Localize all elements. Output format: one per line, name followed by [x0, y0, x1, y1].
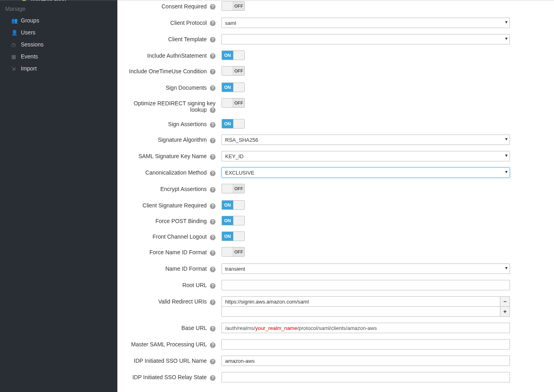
help-icon[interactable]: ? — [210, 219, 216, 225]
nameid-format-label: Name ID Format ? — [125, 263, 222, 272]
client-protocol-select[interactable]: saml — [222, 18, 510, 28]
optimize-redirect-label: Optimize REDIRECT signing key lookup ? — [125, 98, 222, 113]
base-url-label: Base URL ? — [125, 323, 222, 331]
help-icon[interactable]: ? — [210, 107, 216, 113]
optimize-redirect-toggle[interactable]: OFF — [222, 98, 245, 108]
import-icon: ⇲ — [11, 66, 21, 72]
include-authn-label: Include AuthnStatement ? — [125, 50, 222, 59]
events-icon: ▦ — [11, 54, 21, 60]
saml-sig-key-label: SAML Signature Key Name ? — [125, 151, 222, 159]
sidebar-section-manage: Manage — [0, 1, 117, 14]
client-template-label: Client Template ? — [125, 34, 222, 42]
users-icon: 👤 — [11, 30, 21, 36]
idp-sso-url-label: IDP Initiated SSO URL Name ? — [125, 356, 222, 364]
help-icon[interactable]: ? — [210, 4, 216, 10]
help-icon[interactable]: ? — [210, 187, 216, 193]
force-post-label: Force POST Binding ? — [125, 216, 222, 224]
force-nameid-label: Force Name ID Format ? — [125, 247, 222, 255]
idp-sso-relay-input[interactable] — [222, 372, 510, 382]
sign-documents-toggle[interactable]: ON — [222, 82, 245, 92]
help-icon[interactable]: ? — [210, 85, 216, 91]
idp-sso-relay-label: IDP Initiated SSO Relay State ? — [125, 372, 222, 380]
help-icon[interactable]: ? — [210, 283, 216, 289]
client-template-select[interactable] — [222, 34, 510, 44]
client-protocol-label: Client Protocol ? — [125, 18, 222, 26]
base-url-input[interactable]: /auth/realms/your_realm_name/protocol/sa… — [222, 323, 510, 333]
sidebar: 🔒 Authentication Manage 👥Groups👤Users◷Se… — [0, 0, 117, 392]
sidebar-item-label: Import — [21, 65, 37, 72]
sign-documents-label: Sign Documents ? — [125, 82, 222, 91]
signature-algorithm-select[interactable]: RSA_SHA256 — [222, 135, 510, 145]
include-onetime-toggle[interactable]: OFF — [222, 66, 245, 76]
help-icon[interactable]: ? — [210, 20, 216, 26]
front-channel-logout-toggle[interactable]: ON — [222, 231, 245, 241]
force-nameid-toggle[interactable]: OFF — [222, 247, 245, 257]
help-icon[interactable]: ? — [210, 154, 216, 160]
master-saml-label: Master SAML Processing URL ? — [125, 339, 222, 348]
help-icon[interactable]: ? — [210, 300, 216, 305]
idp-sso-url-input[interactable] — [222, 356, 510, 366]
help-icon[interactable]: ? — [210, 122, 216, 128]
root-url-label: Root URL ? — [125, 280, 222, 288]
remove-redirect-button[interactable]: − — [500, 296, 510, 307]
valid-redirect-label: Valid Redirect URIs ? — [125, 296, 222, 305]
canonicalization-select[interactable]: EXCLUSIVE — [222, 167, 510, 178]
help-icon[interactable]: ? — [210, 250, 216, 256]
encrypt-assertions-label: Encrypt Assertions ? — [125, 184, 222, 192]
help-icon[interactable]: ? — [210, 375, 216, 381]
signature-algorithm-label: Signature Algorithm ? — [125, 135, 222, 143]
sidebar-item-events[interactable]: ▦Events — [0, 50, 117, 62]
add-redirect-button[interactable]: + — [500, 306, 510, 317]
sidebar-item-label: Events — [21, 53, 38, 60]
lock-icon: 🔒 — [21, 0, 30, 1]
sidebar-item-label: Groups — [21, 17, 39, 24]
help-icon[interactable]: ? — [210, 359, 216, 364]
groups-icon: 👥 — [11, 18, 21, 24]
valid-redirect-input-0[interactable] — [222, 296, 500, 307]
main-form: Consent Required ?OFFClient Protocol ?sa… — [117, 0, 554, 392]
sidebar-item-label: Users — [21, 29, 36, 36]
consent-required-label: Consent Required ? — [125, 1, 222, 10]
help-icon[interactable]: ? — [210, 69, 216, 74]
help-icon[interactable]: ? — [210, 342, 216, 348]
help-icon[interactable]: ? — [210, 203, 216, 209]
sign-assertions-toggle[interactable]: ON — [222, 119, 245, 129]
sidebar-item-sessions[interactable]: ◷Sessions — [0, 38, 117, 50]
saml-sig-key-select[interactable]: KEY_ID — [222, 151, 510, 161]
canonicalization-label: Canonicalization Method ? — [125, 167, 222, 176]
sign-assertions-label: Sign Assertions ? — [125, 119, 222, 127]
nameid-format-select[interactable]: transient — [222, 263, 510, 274]
root-url-input[interactable] — [222, 280, 510, 290]
include-authn-toggle[interactable]: ON — [222, 50, 245, 60]
help-icon[interactable]: ? — [210, 267, 216, 272]
help-icon[interactable]: ? — [210, 235, 216, 240]
sidebar-item-users[interactable]: 👤Users — [0, 26, 117, 38]
sidebar-item-label: Sessions — [21, 41, 44, 48]
master-saml-input[interactable] — [222, 339, 510, 350]
consent-required-toggle[interactable]: OFF — [222, 1, 245, 11]
help-icon[interactable]: ? — [210, 138, 216, 143]
help-icon[interactable]: ? — [210, 326, 216, 332]
help-icon[interactable]: ? — [210, 37, 216, 42]
help-icon[interactable]: ? — [210, 171, 216, 176]
sidebar-item-groups[interactable]: 👥Groups — [0, 14, 117, 26]
include-onetime-label: Include OneTimeUse Condition ? — [125, 66, 222, 74]
sidebar-item-import[interactable]: ⇲Import — [0, 62, 117, 74]
sessions-icon: ◷ — [11, 42, 21, 48]
front-channel-logout-label: Front Channel Logout ? — [125, 231, 222, 240]
client-sig-required-label: Client Signature Required ? — [125, 200, 222, 209]
sidebar-item-label: Authentication — [30, 0, 66, 1]
client-sig-required-toggle[interactable]: ON — [222, 200, 245, 210]
force-post-toggle[interactable]: ON — [222, 216, 245, 225]
encrypt-assertions-toggle[interactable]: OFF — [222, 184, 245, 193]
valid-redirect-input-new[interactable] — [222, 306, 500, 317]
help-icon[interactable]: ? — [210, 53, 216, 59]
